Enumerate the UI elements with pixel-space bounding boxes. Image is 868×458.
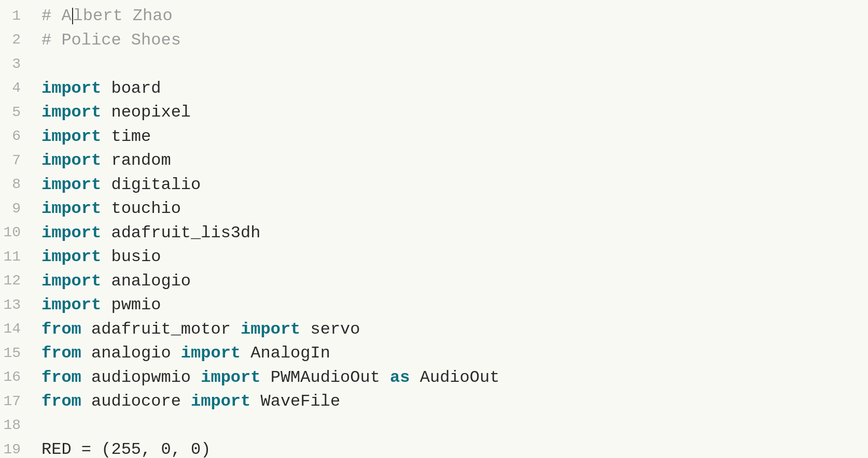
code-line: # Albert Zhao xyxy=(41,4,858,28)
line-number: 10 xyxy=(0,221,21,246)
line-number: 14 xyxy=(0,318,21,342)
code-token: board xyxy=(101,77,161,101)
line-number: 6 xyxy=(0,125,21,149)
line-number: 16 xyxy=(0,366,21,390)
code-line: from audiocore import WaveFile xyxy=(41,390,858,414)
code-token: import xyxy=(201,366,260,390)
code-token: adafruit_motor xyxy=(81,318,241,341)
code-token: lbert Zhao xyxy=(73,4,173,28)
code-token: time xyxy=(101,125,151,149)
code-token: import xyxy=(41,269,101,293)
code-token: touchio xyxy=(101,197,181,221)
code-token: busio xyxy=(101,245,161,269)
code-token: import xyxy=(41,245,101,269)
code-token: AudioOut xyxy=(410,366,500,390)
code-token: # Police Shoes xyxy=(41,28,181,52)
code-line: import digitalio xyxy=(41,173,858,197)
code-token: import xyxy=(41,149,101,173)
code-token: import xyxy=(41,125,101,149)
code-token: import xyxy=(41,101,101,124)
code-token: import xyxy=(41,293,101,317)
code-line: import touchio xyxy=(41,197,858,221)
code-line: import pwmio xyxy=(41,293,858,318)
code-token: import xyxy=(41,173,101,197)
line-number: 9 xyxy=(0,197,21,221)
code-container: 12345678910111213141516171819 # Albert Z… xyxy=(0,0,868,458)
code-token: from xyxy=(41,318,81,341)
code-line: RED = (255, 0, 0) xyxy=(41,438,858,458)
line-number: 17 xyxy=(0,390,21,414)
code-content[interactable]: # Albert Zhao# Police Shoesimport boardi… xyxy=(31,0,868,458)
code-token: as xyxy=(390,366,410,390)
code-line: import neopixel xyxy=(41,101,858,125)
line-number: 8 xyxy=(0,173,21,197)
code-line: # Police Shoes xyxy=(41,28,858,53)
code-token: # A xyxy=(41,4,72,28)
code-token: from xyxy=(41,341,81,365)
code-editor: 12345678910111213141516171819 # Albert Z… xyxy=(0,0,868,458)
line-number: 1 xyxy=(0,4,21,28)
code-token: import xyxy=(181,341,241,365)
code-token: random xyxy=(101,149,171,173)
code-line: import board xyxy=(41,77,858,101)
line-number: 12 xyxy=(0,269,21,294)
code-token: import xyxy=(41,221,101,245)
line-numbers: 12345678910111213141516171819 xyxy=(0,0,31,458)
code-token: adafruit_lis3dh xyxy=(101,221,260,245)
code-token: neopixel xyxy=(101,101,191,124)
code-token: import xyxy=(191,390,250,413)
code-line: from adafruit_motor import servo xyxy=(41,318,858,342)
code-line: import adafruit_lis3dh xyxy=(41,221,858,246)
line-number: 2 xyxy=(0,28,21,53)
line-number: 19 xyxy=(0,438,21,458)
code-token: PWMAudioOut xyxy=(260,366,390,390)
code-line: import analogio xyxy=(41,269,858,294)
code-token: import xyxy=(41,77,101,101)
line-number: 4 xyxy=(0,77,21,101)
code-token: WaveFile xyxy=(250,390,340,413)
code-token: digitalio xyxy=(101,173,201,197)
code-token: RED = (255, 0, 0) xyxy=(41,438,211,458)
line-number: 18 xyxy=(0,414,21,438)
code-line xyxy=(41,414,858,438)
code-token: from xyxy=(41,366,81,390)
code-line xyxy=(41,52,858,77)
code-line: from analogio import AnalogIn xyxy=(41,341,858,366)
code-token: from xyxy=(41,390,81,413)
line-number: 11 xyxy=(0,245,21,269)
code-token: audiocore xyxy=(81,390,191,413)
line-number: 13 xyxy=(0,293,21,318)
line-number: 7 xyxy=(0,149,21,173)
code-token: import xyxy=(41,197,101,221)
code-token: AnalogIn xyxy=(241,341,330,365)
code-token: analogio xyxy=(81,341,181,365)
code-line: from audiopwmio import PWMAudioOut as Au… xyxy=(41,366,858,390)
code-line: import random xyxy=(41,149,858,173)
code-token: audiopwmio xyxy=(81,366,201,390)
code-token: analogio xyxy=(101,269,191,293)
line-number: 15 xyxy=(0,341,21,366)
line-number: 5 xyxy=(0,101,21,125)
code-token: import xyxy=(241,318,300,341)
line-number: 3 xyxy=(0,52,21,77)
code-line: import busio xyxy=(41,245,858,269)
code-token: servo xyxy=(300,318,360,341)
code-line: import time xyxy=(41,125,858,149)
code-token: pwmio xyxy=(101,293,161,317)
